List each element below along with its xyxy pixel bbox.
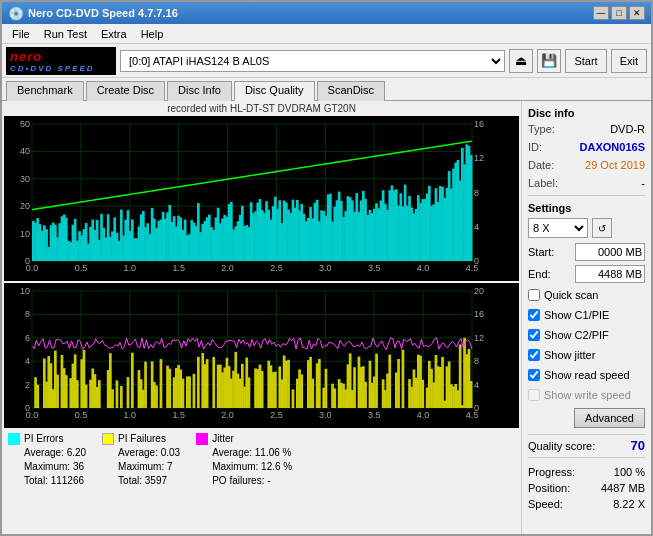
- speed-row: Speed: 8.22 X: [528, 496, 645, 512]
- legend-area: PI Errors Average: 6.20 Maximum: 36 Tota…: [4, 428, 519, 490]
- window-title: Nero CD-DVD Speed 4.7.7.16: [28, 7, 178, 19]
- settings-title: Settings: [528, 202, 645, 214]
- settings-refresh-button[interactable]: ↺: [592, 218, 612, 238]
- progress-section: Progress: 100 % Position: 4487 MB Speed:…: [528, 464, 645, 512]
- bottom-chart: [4, 283, 519, 428]
- end-label: End:: [528, 268, 551, 280]
- disc-type-row: Type: DVD-R: [528, 121, 645, 137]
- sidebar: Disc info Type: DVD-R ID: DAXON016S Date…: [521, 101, 651, 534]
- start-button[interactable]: Start: [565, 49, 606, 73]
- jitter-text: Jitter Average: 11.06 % Maximum: 12.6 % …: [212, 432, 292, 488]
- pi-errors-label: PI Errors: [24, 432, 86, 446]
- disc-date-row: Date: 29 Oct 2019: [528, 157, 645, 173]
- pi-failures-text: PI Failures Average: 0.03 Maximum: 7 Tot…: [118, 432, 180, 488]
- show-read-speed-row: Show read speed: [528, 366, 645, 384]
- main-window: 💿 Nero CD-DVD Speed 4.7.7.16 — □ ✕ File …: [0, 0, 653, 536]
- pi-errors-total: Total: 111266: [24, 474, 86, 488]
- show-jitter-row: Show jitter: [528, 346, 645, 364]
- divider-1: [528, 195, 645, 196]
- menu-extra[interactable]: Extra: [95, 27, 133, 41]
- nero-logo-bottom: CD•DVD SPEED: [10, 64, 95, 73]
- show-write-speed-checkbox: [528, 389, 540, 401]
- show-jitter-checkbox[interactable]: [528, 349, 540, 361]
- speed-selector[interactable]: 8 X: [528, 218, 588, 238]
- disc-label-row: Label: -: [528, 175, 645, 191]
- save-button[interactable]: 💾: [537, 49, 561, 73]
- pi-failures-total: Total: 3597: [118, 474, 180, 488]
- minimize-button[interactable]: —: [593, 6, 609, 20]
- content-area: recorded with HL-DT-ST DVDRAM GT20N PI E…: [2, 100, 651, 534]
- start-label: Start:: [528, 246, 554, 258]
- pi-failures-color: [102, 433, 114, 445]
- quick-scan-row: Quick scan: [528, 286, 645, 304]
- pi-errors-color: [8, 433, 20, 445]
- tab-create-disc[interactable]: Create Disc: [86, 81, 165, 101]
- top-chart: [4, 116, 519, 281]
- pi-errors-max: Maximum: 36: [24, 460, 86, 474]
- speed-label: Speed:: [528, 496, 563, 512]
- chart-area: recorded with HL-DT-ST DVDRAM GT20N PI E…: [2, 101, 521, 534]
- quality-score-label: Quality score:: [528, 440, 595, 452]
- drive-selector[interactable]: [0:0] ATAPI iHAS124 B AL0S: [120, 50, 505, 72]
- position-row: Position: 4487 MB: [528, 480, 645, 496]
- progress-value: 100 %: [614, 464, 645, 480]
- exit-button[interactable]: Exit: [611, 49, 647, 73]
- disc-id-value: DAXON016S: [580, 139, 645, 155]
- menu-run-test[interactable]: Run Test: [38, 27, 93, 41]
- eject-button[interactable]: ⏏: [509, 49, 533, 73]
- show-c2-row: Show C2/PIF: [528, 326, 645, 344]
- tab-scan-disc[interactable]: ScanDisc: [317, 81, 385, 101]
- position-value: 4487 MB: [601, 480, 645, 496]
- legend-pi-errors: PI Errors Average: 6.20 Maximum: 36 Tota…: [8, 432, 86, 488]
- pi-failures-label: PI Failures: [118, 432, 180, 446]
- tab-benchmark[interactable]: Benchmark: [6, 81, 84, 101]
- divider-2: [528, 457, 645, 458]
- tab-disc-quality[interactable]: Disc Quality: [234, 81, 315, 101]
- toolbar: nero CD•DVD SPEED [0:0] ATAPI iHAS124 B …: [2, 44, 651, 78]
- advanced-button[interactable]: Advanced: [574, 408, 645, 428]
- quick-scan-label: Quick scan: [544, 286, 598, 304]
- disc-id-label: ID:: [528, 139, 542, 155]
- legend-pi-failures: PI Failures Average: 0.03 Maximum: 7 Tot…: [102, 432, 180, 488]
- start-input[interactable]: [575, 243, 645, 261]
- quality-score-value: 70: [631, 438, 645, 453]
- disc-label-label: Label:: [528, 175, 558, 191]
- end-input-row: End:: [528, 265, 645, 283]
- show-write-speed-row: Show write speed: [528, 386, 645, 404]
- menu-bar: File Run Test Extra Help: [2, 24, 651, 44]
- show-c1-checkbox[interactable]: [528, 309, 540, 321]
- show-c1-row: Show C1/PIE: [528, 306, 645, 324]
- quick-scan-checkbox[interactable]: [528, 289, 540, 301]
- pi-errors-text: PI Errors Average: 6.20 Maximum: 36 Tota…: [24, 432, 86, 488]
- jitter-label: Jitter: [212, 432, 292, 446]
- disc-date-label: Date:: [528, 157, 554, 173]
- jitter-avg: Average: 11.06 %: [212, 446, 292, 460]
- menu-help[interactable]: Help: [135, 27, 170, 41]
- legend-jitter: Jitter Average: 11.06 % Maximum: 12.6 % …: [196, 432, 292, 488]
- title-bar-left: 💿 Nero CD-DVD Speed 4.7.7.16: [8, 6, 178, 21]
- jitter-max: Maximum: 12.6 %: [212, 460, 292, 474]
- show-jitter-label: Show jitter: [544, 346, 595, 364]
- pi-failures-max: Maximum: 7: [118, 460, 180, 474]
- close-button[interactable]: ✕: [629, 6, 645, 20]
- end-input[interactable]: [575, 265, 645, 283]
- jitter-po: PO failures: -: [212, 474, 292, 488]
- menu-file[interactable]: File: [6, 27, 36, 41]
- jitter-color: [196, 433, 208, 445]
- show-read-speed-checkbox[interactable]: [528, 369, 540, 381]
- nero-logo: nero CD•DVD SPEED: [6, 47, 116, 75]
- quality-score-row: Quality score: 70: [528, 434, 645, 453]
- speed-value: 8.22 X: [613, 496, 645, 512]
- maximize-button[interactable]: □: [611, 6, 627, 20]
- tab-disc-info[interactable]: Disc Info: [167, 81, 232, 101]
- pi-errors-avg: Average: 6.20: [24, 446, 86, 460]
- disc-type-value: DVD-R: [610, 121, 645, 137]
- show-c2-label: Show C2/PIF: [544, 326, 609, 344]
- show-c2-checkbox[interactable]: [528, 329, 540, 341]
- disc-id-row: ID: DAXON016S: [528, 139, 645, 155]
- position-label: Position:: [528, 480, 570, 496]
- disc-date-value: 29 Oct 2019: [585, 157, 645, 173]
- title-bar: 💿 Nero CD-DVD Speed 4.7.7.16 — □ ✕: [2, 2, 651, 24]
- disc-type-label: Type:: [528, 121, 555, 137]
- start-input-row: Start:: [528, 243, 645, 261]
